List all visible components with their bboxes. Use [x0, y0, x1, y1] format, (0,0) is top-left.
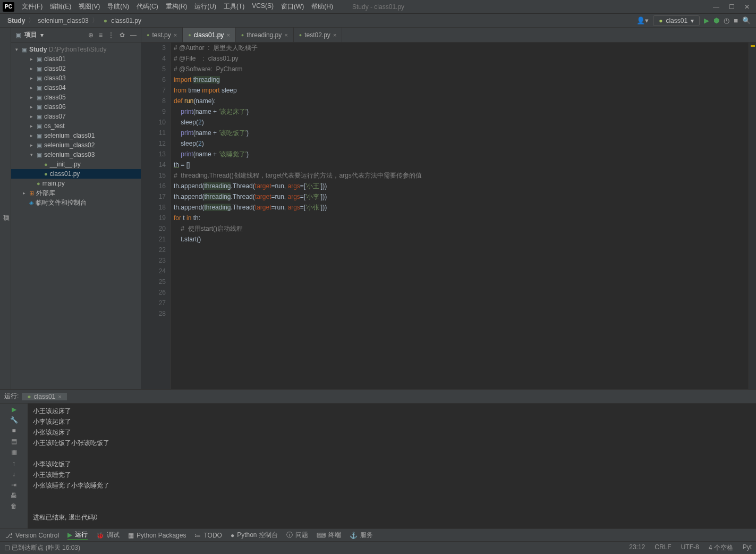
chevron-icon[interactable]: ▸ — [30, 123, 37, 129]
tree-item[interactable]: ▸▣selenium_class01 — [11, 131, 141, 140]
tree-item[interactable]: ▸▣class02 — [11, 64, 141, 73]
chevron-icon[interactable]: ▸ — [30, 66, 37, 71]
close-icon[interactable]: × — [284, 32, 287, 38]
rerun-button[interactable]: ▶ — [12, 406, 16, 413]
chevron-down-icon[interactable]: ▾ — [40, 31, 44, 39]
chevron-icon[interactable]: ▸ — [30, 85, 37, 90]
tree-item[interactable]: ●main.py — [11, 179, 141, 188]
close-icon[interactable]: ✕ — [744, 3, 750, 11]
select-opened-file-icon[interactable]: ⊕ — [88, 31, 94, 39]
tree-item[interactable]: ▸⊞外部库 — [11, 188, 141, 198]
expand-all-icon[interactable]: ≡ — [99, 31, 103, 39]
chevron-icon[interactable]: ▾ — [30, 152, 37, 157]
tree-item[interactable]: ▸▣class06 — [11, 102, 141, 112]
debug-button[interactable]: ⬢ — [713, 16, 719, 24]
menu-item[interactable]: 运行(U) — [191, 2, 219, 11]
tree-item[interactable]: ▸▣class04 — [11, 83, 141, 93]
tree-item[interactable]: ▸▣class07 — [11, 112, 141, 121]
tool-window-button[interactable]: ≔TODO — [194, 532, 222, 539]
chevron-icon[interactable]: ▸ — [30, 133, 37, 138]
editor-tab[interactable]: ●class01.py× — [183, 28, 236, 42]
stop-button[interactable]: ■ — [734, 16, 738, 24]
tool-window-button[interactable]: ●Python 控制台 — [231, 531, 278, 540]
indent-info[interactable]: 4 个空格 — [709, 543, 733, 552]
user-icon[interactable]: 👤▾ — [636, 16, 649, 24]
editor-tab[interactable]: ●threading.py× — [236, 28, 294, 42]
interpreter-info[interactable]: Pyt — [743, 543, 752, 552]
caret-position[interactable]: 23:12 — [629, 543, 645, 552]
menu-item[interactable]: 工具(T) — [220, 2, 248, 11]
close-icon[interactable]: × — [333, 32, 336, 38]
menu-item[interactable]: 帮助(H) — [308, 2, 336, 11]
close-icon[interactable]: × — [58, 393, 61, 400]
tool-window-button[interactable]: ⚓服务 — [350, 531, 373, 540]
tree-item[interactable]: ▸▣class03 — [11, 73, 141, 83]
down-icon[interactable]: ↓ — [12, 471, 15, 478]
console-output[interactable]: 小王该起床了 小李该起床了 小张该起床了 小王该吃饭了小张该吃饭了 小李该吃饭了… — [28, 404, 756, 528]
run-config-selector[interactable]: ● class01 ▾ — [653, 15, 700, 26]
print-icon[interactable]: 🖶 — [11, 492, 17, 499]
menu-item[interactable]: 文件(F) — [19, 2, 46, 11]
tree-item[interactable]: ●class01.py — [11, 169, 141, 179]
encoding[interactable]: UTF-8 — [681, 543, 699, 552]
run-button[interactable]: ▶ — [704, 16, 709, 24]
editor-tab[interactable]: ●test.py× — [141, 28, 183, 42]
run-with-coverage-button[interactable]: ◷ — [724, 16, 729, 24]
menu-item[interactable]: 编辑(E) — [47, 2, 74, 11]
tree-item[interactable]: ▸▣class01 — [11, 54, 141, 64]
chevron-icon[interactable]: ▸ — [30, 95, 37, 100]
chevron-down-icon[interactable]: ▾ — [15, 47, 22, 52]
editor-tab[interactable]: ●test02.py× — [294, 28, 343, 42]
chevron-icon[interactable]: ▸ — [30, 56, 37, 62]
chevron-icon[interactable]: ▸ — [23, 190, 29, 196]
tool-icon: ⎇ — [5, 532, 13, 539]
chevron-icon[interactable]: ▸ — [30, 142, 37, 148]
tree-item[interactable]: ◈临时文件和控制台 — [11, 198, 141, 207]
up-icon[interactable]: ↑ — [12, 460, 15, 467]
layout-icon[interactable]: ▤ — [11, 438, 17, 445]
breadcrumb-item[interactable]: Study — [5, 17, 27, 24]
menu-item[interactable]: 导航(N) — [104, 2, 132, 11]
tool-window-button[interactable]: ⌨终端 — [317, 531, 341, 540]
soft-wrap-icon[interactable]: ⇥ — [11, 481, 16, 489]
tool-window-button[interactable]: ▶运行 — [67, 530, 88, 540]
tree-item[interactable]: ▸▣os_test — [11, 121, 141, 131]
tree-root[interactable]: ▾ ▣ Study D:\PythonTest\Study — [11, 45, 141, 54]
search-icon[interactable]: 🔍 — [742, 16, 751, 24]
breadcrumb-item[interactable]: ● class01.py — [99, 17, 143, 24]
settings-icon[interactable]: ✿ — [120, 31, 125, 39]
breadcrumb-item[interactable]: selenium_class03 — [36, 17, 90, 24]
tool-window-button[interactable]: ⎇Version Control — [5, 532, 59, 539]
collapse-all-icon[interactable]: ⋮ — [108, 31, 114, 39]
tree-item[interactable]: ▸▣class05 — [11, 93, 141, 102]
menu-item[interactable]: 重构(R) — [163, 2, 191, 11]
menu-item[interactable]: 代码(C) — [133, 2, 162, 11]
close-icon[interactable]: × — [226, 32, 230, 38]
run-tab[interactable]: ● class01 × — [22, 393, 66, 400]
code-area[interactable]: # @Author : 居里夫人吃橘子# @File : class01.py#… — [171, 43, 749, 389]
tool-window-button[interactable]: ▦Python Packages — [128, 532, 186, 539]
tree-item[interactable]: ▾▣selenium_class03 — [11, 150, 141, 160]
chevron-icon[interactable]: ▸ — [30, 104, 37, 110]
menu-item[interactable]: 窗口(W) — [278, 2, 307, 11]
menu-item[interactable]: 视图(V) — [75, 2, 103, 11]
chevron-icon[interactable]: ▸ — [30, 75, 37, 81]
wrench-icon[interactable]: 🔧 — [10, 416, 18, 424]
stop-button[interactable]: ■ — [12, 427, 15, 434]
tool-window-button[interactable]: 🐞调试 — [96, 531, 120, 540]
chevron-icon[interactable]: ▸ — [30, 114, 37, 119]
maximize-icon[interactable]: ☐ — [729, 3, 735, 11]
menu-item[interactable]: VCS(S) — [249, 2, 277, 11]
tree-item-label: class04 — [44, 84, 66, 91]
pin-icon[interactable]: ▦ — [11, 448, 17, 456]
minimize-icon[interactable]: — — [713, 3, 719, 11]
clear-icon[interactable]: 🗑 — [11, 502, 17, 510]
hide-icon[interactable]: — — [130, 31, 137, 39]
warning-marker-icon[interactable] — [751, 45, 755, 47]
tool-window-button[interactable]: ⓘ问题 — [286, 531, 308, 540]
close-icon[interactable]: × — [174, 32, 177, 38]
tree-item[interactable]: ▸▣selenium_class02 — [11, 140, 141, 150]
line-separator[interactable]: CRLF — [655, 543, 671, 552]
window-controls: — ☐ ✕ — [713, 3, 756, 11]
tree-item[interactable]: ●__init__.py — [11, 160, 141, 169]
